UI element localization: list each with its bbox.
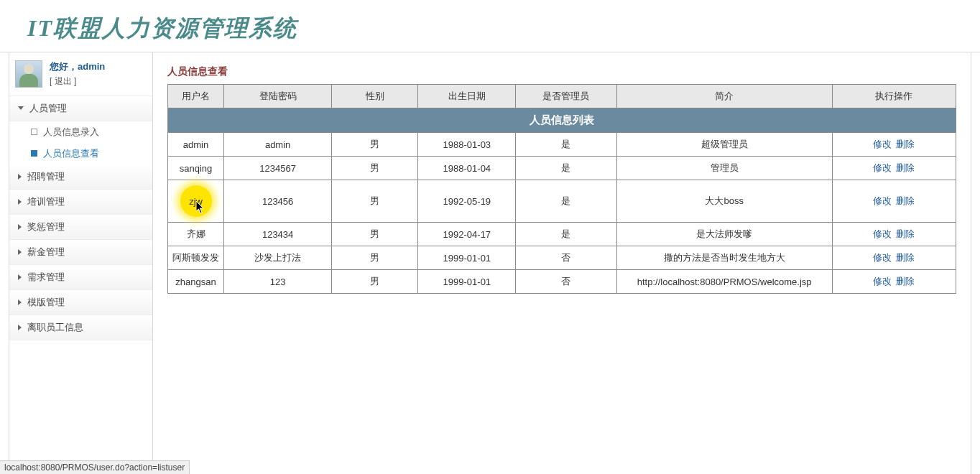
action-cell: 修改删除 [832, 157, 956, 180]
menu-label: 模版管理 [27, 296, 65, 309]
action-cell: 修改删除 [832, 133, 956, 157]
cell: 沙发上打法 [224, 246, 332, 270]
menu-item-7[interactable]: 离职员工信息 [9, 315, 152, 340]
edit-link[interactable]: 修改 [873, 162, 892, 173]
table-row: zjw123456男1992-05-19是大大boss修改删除 [168, 180, 956, 223]
cell: 是 [516, 133, 616, 157]
menu-item-5[interactable]: 需求管理 [9, 265, 152, 290]
cell: admin [224, 133, 332, 157]
menu-label: 薪金管理 [27, 246, 65, 259]
submenu-item-0-1[interactable]: 人员信息查看 [9, 143, 152, 164]
cell: 1999-01-01 [418, 246, 516, 270]
table-row: 阿斯顿发发沙发上打法男1999-01-01否撒的方法是否当时发生地方大修改删除 [168, 246, 956, 270]
delete-link[interactable]: 删除 [896, 276, 915, 287]
delete-link[interactable]: 删除 [896, 195, 915, 206]
avatar [15, 60, 42, 88]
status-bar: localhost:8080/PRMOS/user.do?action=list… [0, 460, 190, 474]
action-cell: 修改删除 [832, 180, 956, 223]
cell: 男 [332, 180, 418, 223]
greeting-text: 您好，admin [50, 60, 105, 75]
action-cell: 修改删除 [832, 270, 956, 294]
main-content: 人员信息查看 人员信息列表 用户名登陆密码性别出生日期是否管理员简介执行操作 a… [153, 52, 971, 474]
cell: 齐娜 [168, 223, 224, 246]
nav-menu: 人员管理人员信息录入人员信息查看招聘管理培训管理奖惩管理薪金管理需求管理模版管理… [9, 96, 152, 340]
cell: 男 [332, 246, 418, 270]
action-cell: 修改删除 [832, 223, 956, 246]
user-table: 人员信息列表 用户名登陆密码性别出生日期是否管理员简介执行操作 adminadm… [167, 84, 956, 294]
menu-item-2[interactable]: 培训管理 [9, 190, 152, 215]
cell: sanqing [168, 157, 224, 180]
col-header: 是否管理员 [516, 85, 616, 108]
cell: 撒的方法是否当时发生地方大 [616, 246, 832, 270]
bullet-icon [31, 150, 37, 157]
chevron-right-icon [18, 274, 22, 280]
cell: 是大法师发嗲 [616, 223, 832, 246]
cell: 123456 [224, 180, 332, 223]
cell: 否 [516, 246, 616, 270]
cell: http://localhost:8080/PRMOS/welcome.jsp [616, 270, 832, 294]
table-row: zhangsan123男1999-01-01否http://localhost:… [168, 270, 956, 294]
chevron-right-icon [18, 299, 22, 305]
app-title: IT联盟人力资源管理系统 [0, 0, 980, 52]
menu-item-0[interactable]: 人员管理 [9, 96, 152, 121]
cell: 男 [332, 270, 418, 294]
cell: 男 [332, 133, 418, 157]
edit-link[interactable]: 修改 [873, 252, 892, 263]
cell: 123434 [224, 223, 332, 246]
action-cell: 修改删除 [832, 246, 956, 270]
col-header: 执行操作 [832, 85, 956, 108]
cell: 1999-01-01 [418, 270, 516, 294]
table-row: adminadmin男1988-01-03是超级管理员修改删除 [168, 133, 956, 157]
submenu-label: 人员信息查看 [43, 147, 99, 160]
cell: 男 [332, 157, 418, 180]
col-header: 用户名 [168, 85, 224, 108]
cell: 1988-01-04 [418, 157, 516, 180]
edit-link[interactable]: 修改 [873, 139, 892, 149]
menu-item-4[interactable]: 薪金管理 [9, 240, 152, 265]
table-row: sanqing1234567男1988-01-04是管理员修改删除 [168, 157, 956, 180]
cell: zjw [168, 180, 224, 223]
submenu-label: 人员信息录入 [43, 126, 99, 139]
menu-item-6[interactable]: 模版管理 [9, 290, 152, 315]
chevron-right-icon [18, 249, 22, 255]
cell: 123 [224, 270, 332, 294]
cell: 是 [516, 180, 616, 223]
logout-link[interactable]: [ 退出 ] [50, 75, 105, 88]
edit-link[interactable]: 修改 [873, 228, 892, 239]
cell: 1992-04-17 [418, 223, 516, 246]
bullet-icon [31, 129, 37, 135]
cell: 1234567 [224, 157, 332, 180]
chevron-right-icon [18, 199, 22, 205]
menu-label: 离职员工信息 [27, 321, 83, 334]
menu-label: 奖惩管理 [27, 220, 65, 233]
cell: 大大boss [616, 180, 832, 223]
user-box: 您好，admin [ 退出 ] [9, 52, 152, 96]
col-header: 登陆密码 [224, 85, 332, 108]
menu-label: 人员管理 [29, 102, 67, 115]
delete-link[interactable]: 删除 [896, 228, 915, 239]
delete-link[interactable]: 删除 [896, 162, 915, 173]
col-header: 性别 [332, 85, 418, 108]
submenu-item-0-0[interactable]: 人员信息录入 [9, 121, 152, 143]
page-heading: 人员信息查看 [167, 65, 956, 78]
sidebar: 您好，admin [ 退出 ] 人员管理人员信息录入人员信息查看招聘管理培训管理… [9, 52, 153, 474]
chevron-down-icon [18, 106, 24, 110]
table-row: 齐娜123434男1992-04-17是是大法师发嗲修改删除 [168, 223, 956, 246]
col-header: 出生日期 [418, 85, 516, 108]
delete-link[interactable]: 删除 [896, 139, 915, 149]
menu-label: 需求管理 [27, 271, 65, 284]
menu-item-1[interactable]: 招聘管理 [9, 164, 152, 190]
cell: 男 [332, 223, 418, 246]
cell: 是 [516, 223, 616, 246]
menu-item-3[interactable]: 奖惩管理 [9, 215, 152, 240]
col-header: 简介 [616, 85, 832, 108]
cell: admin [168, 133, 224, 157]
cursor-icon [196, 201, 205, 214]
delete-link[interactable]: 删除 [896, 252, 915, 263]
edit-link[interactable]: 修改 [873, 276, 892, 287]
cell: zhangsan [168, 270, 224, 294]
edit-link[interactable]: 修改 [873, 195, 892, 206]
chevron-right-icon [18, 174, 22, 180]
cell: 1992-05-19 [418, 180, 516, 223]
menu-label: 招聘管理 [27, 170, 65, 183]
